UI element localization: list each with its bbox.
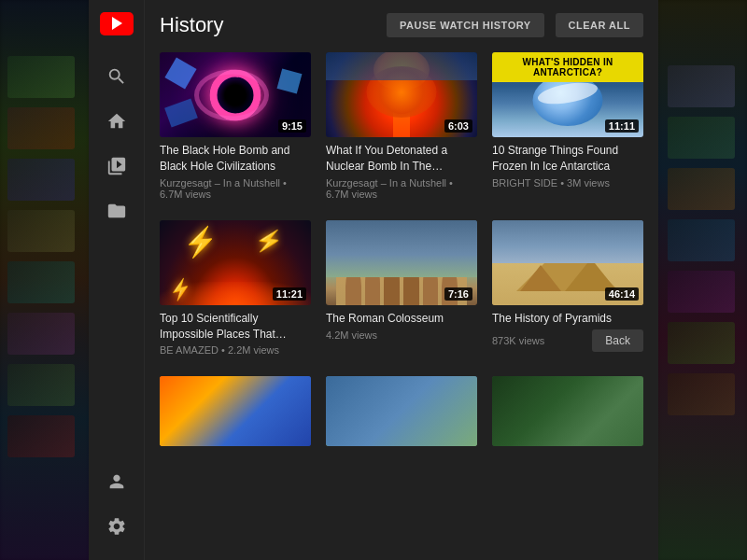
video-info-5: The Roman Colosseum 4.2M views <box>326 305 477 346</box>
thumbnail-7 <box>160 376 311 446</box>
thumbnail-3: WHAT'S HIDDEN IN ANTARCTICA? 11:11 <box>492 52 643 137</box>
account-icon <box>106 471 127 492</box>
page-title: History <box>160 13 375 37</box>
content-area: History PAUSE WATCH HISTORY CLEAR ALL 9:… <box>145 0 658 560</box>
video-info-6: The History of Pyramids 873K views Back <box>492 305 643 357</box>
duration-3: 11:11 <box>605 119 639 133</box>
video-meta-6: 873K views Back <box>492 329 643 352</box>
thumbnail-2: 6:03 <box>326 52 477 137</box>
video-info-4: Top 10 Scientifically Impossible Places … <box>160 305 311 362</box>
sidebar-item-home[interactable] <box>98 103 135 140</box>
video-title-1: The Black Hole Bomb and Black Hole Civil… <box>160 143 311 175</box>
back-button[interactable]: Back <box>592 329 643 352</box>
youtube-icon <box>100 12 134 35</box>
duration-4: 11:21 <box>273 287 306 301</box>
videos-grid: 9:15 The Black Hole Bomb and Black Hole … <box>145 45 658 454</box>
sidebar-item-account[interactable] <box>98 463 135 500</box>
video-title-4: Top 10 Scientifically Impossible Places … <box>160 311 311 343</box>
thumbnail-1: 9:15 <box>160 52 311 137</box>
video-card-4[interactable]: ⚡ ⚡ ⚡ 11:21 Top 10 Scientifically Imposs… <box>160 220 311 362</box>
video-title-2: What If You Detonated a Nuclear Bomb In … <box>326 143 477 175</box>
video-info-3: 10 Strange Things Found Frozen In Ice An… <box>492 137 643 194</box>
search-icon <box>106 66 127 87</box>
thumbnail-6: 46:14 <box>492 220 643 305</box>
video-card-7[interactable] <box>160 376 311 446</box>
video-info-1: The Black Hole Bomb and Black Hole Civil… <box>160 137 311 205</box>
video-card-9[interactable] <box>492 376 643 446</box>
home-icon <box>106 111 127 132</box>
thumbnail-8 <box>326 376 477 446</box>
sidebar-item-folder[interactable] <box>98 192 135 230</box>
thumbnail-5: 7:16 <box>326 220 477 305</box>
video-title-6: The History of Pyramids <box>492 311 643 327</box>
thumbnail-9 <box>492 376 643 446</box>
video-meta-3: BRIGHT SIDE • 3M views <box>492 177 643 189</box>
video-title-3: 10 Strange Things Found Frozen In Ice An… <box>492 143 643 175</box>
video-card-1[interactable]: 9:15 The Black Hole Bomb and Black Hole … <box>160 52 311 205</box>
video-card-3[interactable]: WHAT'S HIDDEN IN ANTARCTICA? 11:11 10 St… <box>492 52 643 205</box>
video-meta-4: BE AMAZED • 2.2M views <box>160 344 311 356</box>
settings-icon <box>106 516 127 537</box>
sidebar-item-library[interactable] <box>98 147 135 185</box>
sidebar-item-search[interactable] <box>98 58 135 95</box>
video-meta-5: 4.2M views <box>326 329 477 341</box>
duration-5: 7:16 <box>444 287 472 301</box>
page-header: History PAUSE WATCH HISTORY CLEAR ALL <box>145 0 658 45</box>
duration-2: 6:03 <box>444 119 472 133</box>
background-right <box>658 0 747 560</box>
antarctica-overlay-text: WHAT'S HIDDEN IN ANTARCTICA? <box>492 52 643 82</box>
duration-6: 46:14 <box>605 287 639 301</box>
video-card-6[interactable]: 46:14 The History of Pyramids 873K views… <box>492 220 643 362</box>
folder-icon <box>106 201 127 221</box>
video-meta-2: Kurzgesagt – In a Nutshell • 6.7M views <box>326 177 477 200</box>
video-card-8[interactable] <box>326 376 477 446</box>
pause-watch-history-button[interactable]: PAUSE WATCH HISTORY <box>387 13 544 37</box>
thumbnail-4: ⚡ ⚡ ⚡ 11:21 <box>160 220 311 305</box>
video-info-2: What If You Detonated a Nuclear Bomb In … <box>326 137 477 205</box>
sidebar <box>89 0 145 560</box>
video-card-2[interactable]: 6:03 What If You Detonated a Nuclear Bom… <box>326 52 477 205</box>
sidebar-item-settings[interactable] <box>98 508 135 545</box>
library-icon <box>106 156 127 176</box>
video-card-5[interactable]: 7:16 The Roman Colosseum 4.2M views <box>326 220 477 362</box>
main-container: History PAUSE WATCH HISTORY CLEAR ALL 9:… <box>89 0 658 560</box>
video-meta-1: Kurzgesagt – In a Nutshell • 6.7M views <box>160 177 311 200</box>
video-title-5: The Roman Colosseum <box>326 311 477 327</box>
youtube-logo[interactable] <box>100 11 134 35</box>
clear-all-button[interactable]: CLEAR ALL <box>556 13 643 37</box>
background-left <box>0 0 89 560</box>
duration-1: 9:15 <box>278 119 306 133</box>
